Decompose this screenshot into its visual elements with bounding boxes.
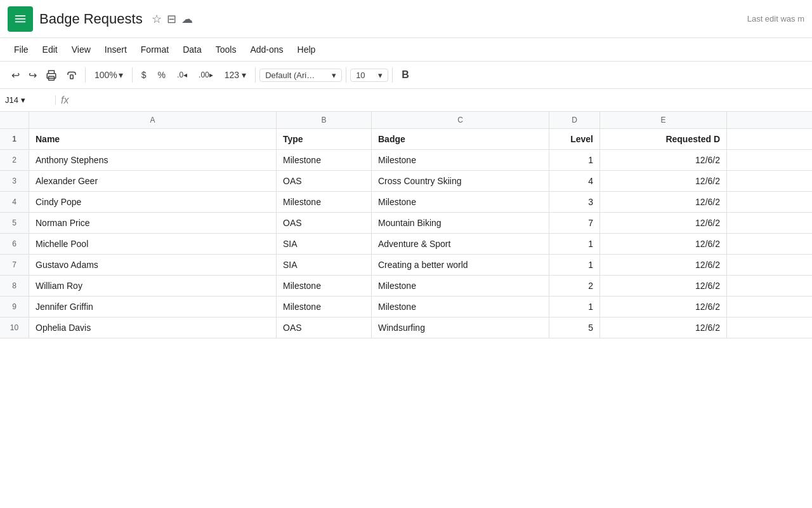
cell-date-7[interactable]: 12/6/2 (600, 297, 727, 317)
cell-level-2[interactable]: 3 (549, 192, 600, 212)
number-format-button[interactable]: 123 ▾ (219, 67, 251, 83)
row-num-7: 7 (0, 255, 29, 275)
row-num-header (0, 112, 29, 128)
header-requested-date[interactable]: Requested D (600, 129, 727, 149)
col-header-b[interactable]: B (277, 112, 372, 128)
cell-type-4[interactable]: SIA (277, 234, 372, 254)
font-size-value: 10 (356, 70, 365, 80)
cell-type-0[interactable]: Milestone (277, 150, 372, 170)
cell-type-8[interactable]: OAS (277, 318, 372, 338)
table-row: 1 Name Type Badge Level Requested D (0, 129, 812, 150)
cell-name-2[interactable]: Cindy Pope (29, 192, 277, 212)
folder-icon[interactable]: ⊟ (167, 12, 176, 26)
cell-ref-dropdown[interactable]: ▾ (21, 95, 25, 105)
cell-date-1[interactable]: 12/6/2 (600, 171, 727, 191)
cell-badge-4[interactable]: Adventure & Sport (372, 234, 549, 254)
menu-insert[interactable]: Insert (98, 42, 133, 57)
cell-badge-2[interactable]: Milestone (372, 192, 549, 212)
cell-type-2[interactable]: Milestone (277, 192, 372, 212)
menu-tools[interactable]: Tools (209, 42, 243, 57)
bold-button[interactable]: B (396, 67, 414, 83)
zoom-selector[interactable]: 100% ▾ (89, 67, 128, 83)
undo-button[interactable]: ↩ (8, 67, 23, 84)
menu-view[interactable]: View (65, 42, 97, 57)
cell-name-5[interactable]: Gustavo Adams (29, 255, 277, 275)
row-num-5: 5 (0, 213, 29, 233)
col-header-c[interactable]: C (372, 112, 549, 128)
star-icon[interactable]: ☆ (152, 12, 162, 26)
cell-badge-0[interactable]: Milestone (372, 150, 549, 170)
col-header-a[interactable]: A (29, 112, 277, 128)
paint-format-button[interactable] (62, 67, 81, 83)
cell-name-7[interactable]: Jennifer Griffin (29, 297, 277, 317)
cell-date-0[interactable]: 12/6/2 (600, 150, 727, 170)
cell-badge-8[interactable]: Windsurfing (372, 318, 549, 338)
cell-level-8[interactable]: 5 (549, 318, 600, 338)
currency-button[interactable]: $ (136, 67, 152, 83)
decimal-more-button[interactable]: .00▸ (193, 68, 218, 82)
cell-date-2[interactable]: 12/6/2 (600, 192, 727, 212)
sep-5 (392, 67, 393, 83)
col-header-e[interactable]: E (600, 112, 727, 128)
print-button[interactable] (42, 67, 61, 83)
cell-type-3[interactable]: OAS (277, 213, 372, 233)
cell-level-4[interactable]: 1 (549, 234, 600, 254)
percent-button[interactable]: % (153, 67, 171, 83)
menu-file[interactable]: File (8, 42, 35, 57)
svg-rect-6 (70, 75, 74, 79)
row-num-3: 3 (0, 171, 29, 191)
cell-name-4[interactable]: Michelle Pool (29, 234, 277, 254)
menu-data[interactable]: Data (176, 42, 208, 57)
cell-name-1[interactable]: Alexander Geer (29, 171, 277, 191)
toolbar: ↩ ↪ 100% ▾ $ % .0◂ .00▸ 123 ▾ Default (A… (0, 61, 812, 89)
cell-badge-1[interactable]: Cross Country Skiing (372, 171, 549, 191)
cell-name-8[interactable]: Ophelia Davis (29, 318, 277, 338)
cell-type-6[interactable]: Milestone (277, 276, 372, 296)
table-row: 2 Anthony Stephens Milestone Milestone 1… (0, 150, 812, 171)
cell-type-7[interactable]: Milestone (277, 297, 372, 317)
grid-body: 1 Name Type Badge Level Requested D 2 An… (0, 129, 812, 508)
cell-level-7[interactable]: 1 (549, 297, 600, 317)
cell-level-0[interactable]: 1 (549, 150, 600, 170)
cell-level-5[interactable]: 1 (549, 255, 600, 275)
header-badge[interactable]: Badge (372, 129, 549, 149)
cell-badge-3[interactable]: Mountain Biking (372, 213, 549, 233)
cell-type-1[interactable]: OAS (277, 171, 372, 191)
cell-date-6[interactable]: 12/6/2 (600, 276, 727, 296)
cell-name-6[interactable]: William Roy (29, 276, 277, 296)
svg-rect-3 (15, 21, 25, 22)
percent-symbol: % (158, 70, 166, 80)
cell-date-5[interactable]: 12/6/2 (600, 255, 727, 275)
cell-badge-7[interactable]: Milestone (372, 297, 549, 317)
cell-name-0[interactable]: Anthony Stephens (29, 150, 277, 170)
col-header-d[interactable]: D (549, 112, 600, 128)
header-type[interactable]: Type (277, 129, 372, 149)
table-row: 9 Jennifer Griffin Milestone Milestone 1… (0, 297, 812, 318)
cell-date-4[interactable]: 12/6/2 (600, 234, 727, 254)
menu-help[interactable]: Help (291, 42, 322, 57)
cloud-icon[interactable]: ☁ (181, 12, 193, 26)
cell-name-3[interactable]: Norman Price (29, 213, 277, 233)
cell-reference[interactable]: J14 ▾ (5, 95, 56, 105)
cell-badge-6[interactable]: Milestone (372, 276, 549, 296)
cell-badge-5[interactable]: Creating a better world (372, 255, 549, 275)
font-size-selector[interactable]: 10 ▾ (350, 69, 388, 82)
menu-addons[interactable]: Add-ons (244, 42, 289, 57)
header-name[interactable]: Name (29, 129, 277, 149)
menu-edit[interactable]: Edit (36, 42, 64, 57)
decimal-less-button[interactable]: .0◂ (172, 68, 192, 82)
cell-date-3[interactable]: 12/6/2 (600, 213, 727, 233)
cell-type-5[interactable]: SIA (277, 255, 372, 275)
formula-input[interactable] (74, 95, 807, 105)
cell-level-3[interactable]: 7 (549, 213, 600, 233)
currency-symbol: $ (141, 70, 147, 80)
header-level[interactable]: Level (549, 129, 600, 149)
font-selector[interactable]: Default (Ari… ▾ (259, 69, 342, 82)
cell-level-1[interactable]: 4 (549, 171, 600, 191)
cell-level-6[interactable]: 2 (549, 276, 600, 296)
app-icon (8, 6, 33, 32)
doc-title[interactable]: Badge Requests (39, 11, 143, 27)
redo-button[interactable]: ↪ (25, 67, 41, 84)
cell-date-8[interactable]: 12/6/2 (600, 318, 727, 338)
menu-format[interactable]: Format (134, 42, 175, 57)
